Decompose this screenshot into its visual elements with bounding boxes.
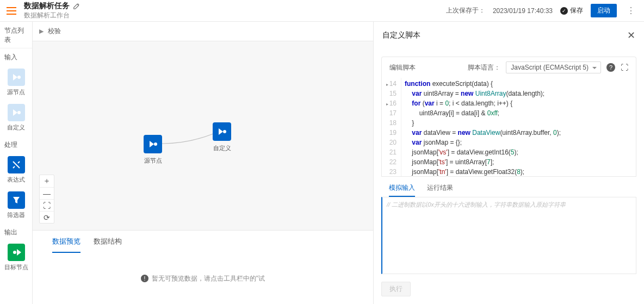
svg-point-4	[223, 130, 226, 133]
tab-data-preview[interactable]: 数据预览	[52, 231, 81, 253]
play-icon[interactable]: ▶	[39, 28, 44, 35]
sidebar-item-expression[interactable]: 表达式	[0, 153, 32, 188]
right-panel: 自定义脚本 ✕ 编辑脚本 脚本语言： JavaScript (ECMAScrip…	[373, 22, 644, 304]
close-icon[interactable]: ✕	[627, 29, 635, 41]
zoom-in-button[interactable]: ＋	[40, 175, 54, 187]
info-icon: !	[141, 275, 148, 282]
sidebar-section-output: 输出	[0, 224, 32, 240]
sidebar-section-input: 输入	[0, 48, 32, 65]
page-title: 数据解析任务	[24, 1, 70, 11]
canvas-toolbar: ▶ 校验	[33, 22, 373, 41]
sidebar-item-source[interactable]: 源节点	[0, 65, 32, 101]
more-icon[interactable]: ⋮	[624, 5, 637, 16]
preview-tabs: 数据预览 数据结构	[33, 230, 373, 253]
canvas-node-custom[interactable]: 自定义	[213, 122, 231, 152]
start-button[interactable]: 启动	[591, 4, 617, 17]
custom-node-icon	[216, 126, 227, 137]
canvas[interactable]: 源节点 自定义 ＋ — ⛶ ⟳	[33, 41, 373, 230]
sidebar-section-nodelist: 节点列表	[0, 22, 32, 48]
help-icon[interactable]: ?	[606, 63, 615, 72]
sim-input-placeholder: // 二进制数据以0x开头的十六进制输入，字符串数据输入原始字符串	[387, 201, 566, 208]
sidebar: 节点列表 输入 源节点 自定义 处理 表达式 筛选器 输出 目标节点	[0, 22, 33, 304]
title-block: 数据解析任务 数据解析工作台	[24, 1, 446, 20]
sim-input-area[interactable]: // 二进制数据以0x开头的十六进制输入，字符串数据输入原始字符串	[381, 197, 636, 274]
save-button[interactable]: ✓ 保存	[560, 6, 583, 15]
code-editor[interactable]: 14151617181920212223242526 function exec…	[381, 78, 636, 177]
script-lang-select[interactable]: JavaScript (ECMAScript 5)	[506, 61, 601, 73]
fullscreen-icon[interactable]: ⛶	[621, 63, 628, 72]
page-subtitle: 数据解析工作台	[24, 11, 446, 20]
expression-icon	[11, 160, 21, 170]
sidebar-item-target[interactable]: 目标节点	[0, 240, 32, 276]
sim-tabs: 模拟输入 运行结果	[381, 177, 636, 197]
last-saved-label: 上次保存于：	[446, 6, 485, 15]
custom-node-icon	[11, 108, 21, 117]
panel-title: 自定义脚本	[382, 30, 420, 40]
zoom-reset-button[interactable]: ⟳	[40, 211, 54, 223]
canvas-node-source[interactable]: 源节点	[144, 135, 162, 165]
code-content[interactable]: function executeScript(data) { var uint8…	[401, 78, 636, 176]
last-saved-time: 2023/01/19 17:40:33	[493, 7, 553, 15]
target-node-icon	[11, 247, 21, 257]
edge-source-custom	[161, 133, 215, 149]
sidebar-section-process: 处理	[0, 136, 32, 153]
sidebar-item-filter[interactable]: 筛选器	[0, 188, 32, 224]
script-lang-label: 脚本语言：	[468, 63, 500, 72]
execute-button[interactable]: 执行	[381, 282, 411, 296]
preview-empty-text: 暂无可预览数据，请点击工具栏中的"试	[152, 274, 265, 283]
node-label: 源节点	[144, 157, 162, 165]
preview-body: ! 暂无可预览数据，请点击工具栏中的"试	[33, 253, 373, 304]
zoom-out-button[interactable]: —	[40, 187, 54, 199]
source-node-icon	[147, 139, 158, 150]
sidebar-item-label: 源节点	[7, 88, 25, 96]
svg-point-2	[13, 251, 16, 254]
menu-icon[interactable]	[7, 7, 16, 15]
tab-run-result[interactable]: 运行结果	[427, 180, 453, 197]
sidebar-item-label: 表达式	[7, 176, 25, 184]
line-gutter: 14151617181920212223242526	[382, 78, 401, 176]
zoom-fit-button[interactable]: ⛶	[40, 199, 54, 211]
svg-point-0	[17, 76, 21, 79]
zoom-controls: ＋ — ⛶ ⟳	[39, 175, 54, 224]
source-node-icon	[11, 72, 21, 82]
filter-icon	[11, 195, 21, 205]
svg-point-1	[17, 111, 21, 114]
sidebar-item-label: 目标节点	[4, 263, 28, 271]
edit-icon[interactable]	[73, 2, 81, 10]
save-label: 保存	[570, 6, 583, 15]
node-label: 自定义	[213, 144, 231, 152]
sidebar-item-label: 自定义	[7, 123, 25, 132]
tab-sim-input[interactable]: 模拟输入	[389, 180, 415, 197]
sidebar-item-custom[interactable]: 自定义	[0, 101, 32, 136]
check-icon: ✓	[560, 7, 568, 15]
svg-point-3	[154, 142, 157, 146]
edit-script-label: 编辑脚本	[389, 63, 416, 72]
validate-button[interactable]: 校验	[48, 27, 61, 36]
sidebar-item-label: 筛选器	[7, 211, 25, 219]
tab-data-structure[interactable]: 数据结构	[94, 231, 122, 253]
